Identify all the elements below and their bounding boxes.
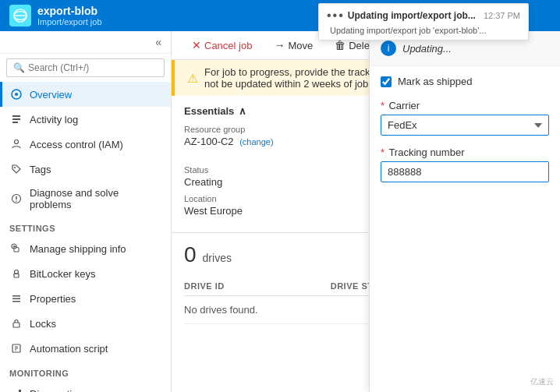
settings-section-label: Settings	[0, 216, 171, 236]
sidebar-item-iam[interactable]: Access control (IAM)	[0, 132, 171, 157]
overview-icon	[9, 87, 23, 101]
sidebar-item-properties[interactable]: Properties	[0, 286, 171, 311]
move-label: Move	[288, 40, 313, 51]
essentials-title: Essentials	[184, 105, 234, 117]
svg-rect-18	[12, 298, 20, 300]
header-sub-title: Import/export job	[37, 17, 102, 26]
sidebar-item-label-properties: Properties	[30, 293, 76, 305]
mark-shipped-label[interactable]: Mark as shipped	[398, 76, 472, 87]
sidebar-item-label-diagnose: Diagnose and solve problems	[30, 187, 161, 210]
carrier-field-group: * Carrier FedEx UPS DHL USPS	[381, 100, 549, 136]
svg-rect-19	[12, 301, 20, 302]
sidebar-item-bitlocker[interactable]: BitLocker keys	[0, 261, 171, 286]
location-value: West Europe	[184, 205, 353, 217]
shipping-icon	[9, 242, 23, 256]
location-item: Location West Europe	[184, 194, 353, 217]
resource-group-link[interactable]: AZ-100-C2	[184, 136, 234, 147]
drives-count: 0	[184, 242, 197, 267]
svg-rect-7	[12, 122, 18, 123]
tracking-field-group: * Tracking number	[381, 147, 549, 182]
tracking-label: * Tracking number	[381, 147, 549, 158]
warning-icon: ⚠	[187, 71, 198, 86]
resource-group-item: Resource group AZ-100-C2 (change)	[184, 125, 353, 159]
cancel-icon: ✕	[192, 39, 201, 51]
status-value: Creating	[184, 176, 353, 188]
notification-title: Updating import/export job...	[348, 10, 484, 21]
resource-group-value: AZ-100-C2 (change)	[184, 136, 353, 147]
panel-body: Mark as shipped * Carrier FedEx UPS DHL …	[370, 66, 560, 203]
sidebar-item-tags[interactable]: Tags	[0, 157, 171, 182]
resource-group-change[interactable]: (change)	[239, 137, 273, 147]
side-panel: i Updating... Mark as shipped * Carrier …	[369, 31, 560, 392]
sidebar: « 🔍 Overview Activity log Access control…	[0, 31, 172, 392]
automation-icon	[9, 341, 23, 355]
svg-point-9	[14, 167, 16, 168]
carrier-label: * Carrier	[381, 100, 549, 111]
move-button[interactable]: → Move	[266, 36, 321, 55]
status-label: Status	[184, 165, 353, 175]
monitoring-section-label: Monitoring	[0, 361, 171, 381]
notification-description: Updating import/export job 'export-blob'…	[327, 26, 520, 35]
svg-rect-17	[12, 295, 20, 297]
content-area: ✕ Cancel job → Move 🗑 Delete ⚠ For job t…	[172, 31, 560, 392]
sidebar-item-shipping[interactable]: Manage shipping info	[0, 236, 171, 261]
tags-icon	[9, 162, 23, 176]
svg-rect-5	[12, 115, 20, 117]
mark-shipped-row: Mark as shipped	[381, 76, 549, 87]
diagnostics-icon	[9, 387, 23, 392]
logo-icon	[9, 5, 31, 26]
sidebar-item-diagnose[interactable]: Diagnose and solve problems	[0, 182, 171, 216]
svg-point-4	[15, 93, 18, 96]
notification-banner: ••• Updating import/export job... 12:37 …	[318, 3, 529, 41]
sidebar-collapse[interactable]: «	[0, 31, 171, 54]
search-icon: 🔍	[13, 62, 25, 73]
location-label: Location	[184, 194, 353, 203]
carrier-required-star: *	[381, 100, 385, 111]
svg-point-8	[15, 140, 19, 144]
collapse-icon[interactable]: «	[152, 34, 165, 50]
chevron-up-icon: ∧	[239, 105, 246, 117]
activity-log-icon	[9, 112, 23, 126]
bitlocker-icon	[9, 267, 23, 281]
sidebar-item-label-locks: Locks	[30, 318, 56, 330]
cancel-job-button[interactable]: ✕ Cancel job	[184, 36, 260, 55]
iam-icon	[9, 137, 23, 151]
watermark: 亿速云	[530, 376, 554, 387]
notification-time: 12:37 PM	[484, 11, 520, 20]
svg-rect-20	[13, 323, 19, 327]
search-input[interactable]	[28, 62, 158, 73]
delete-icon: 🗑	[335, 39, 346, 51]
sidebar-item-label-iam: Access control (IAM)	[30, 139, 123, 150]
cancel-label: Cancel job	[204, 40, 252, 51]
resource-group-label: Resource group	[184, 125, 353, 134]
updating-text: Updating...	[402, 43, 452, 55]
sidebar-item-label-bitlocker: BitLocker keys	[30, 268, 96, 280]
mark-shipped-checkbox[interactable]	[381, 76, 392, 87]
update-info-icon: i	[381, 41, 396, 56]
sidebar-item-overview[interactable]: Overview	[0, 82, 171, 107]
header-main-title: export-blob	[37, 5, 102, 17]
svg-point-12	[16, 200, 17, 202]
sidebar-item-label-automation: Automation script	[30, 343, 108, 355]
sidebar-item-label-tags: Tags	[30, 164, 51, 175]
sidebar-item-activity-log[interactable]: Activity log	[0, 107, 171, 132]
col-drive-id: DRIVE ID	[184, 277, 331, 296]
diagnose-icon	[9, 192, 23, 206]
status-item: Status Creating	[184, 165, 353, 188]
sidebar-item-label-activity: Activity log	[30, 114, 78, 125]
tracking-required-star: *	[381, 147, 385, 158]
locks-icon	[9, 316, 23, 330]
tracking-input[interactable]	[381, 161, 549, 182]
move-icon: →	[274, 39, 285, 51]
search-box[interactable]: 🔍	[6, 58, 165, 77]
sidebar-item-label-shipping: Manage shipping info	[30, 243, 126, 255]
sidebar-item-locks[interactable]: Locks	[0, 311, 171, 336]
sidebar-item-diagnostics[interactable]: Diagnostics	[0, 381, 171, 392]
header-title-group: export-blob Import/export job	[37, 5, 102, 26]
main-layout: « 🔍 Overview Activity log Access control…	[0, 31, 560, 392]
carrier-select[interactable]: FedEx UPS DHL USPS	[381, 115, 549, 136]
sidebar-item-label-overview: Overview	[30, 89, 72, 101]
sidebar-item-automation[interactable]: Automation script	[0, 336, 171, 361]
properties-icon	[9, 291, 23, 305]
svg-rect-6	[12, 118, 20, 120]
